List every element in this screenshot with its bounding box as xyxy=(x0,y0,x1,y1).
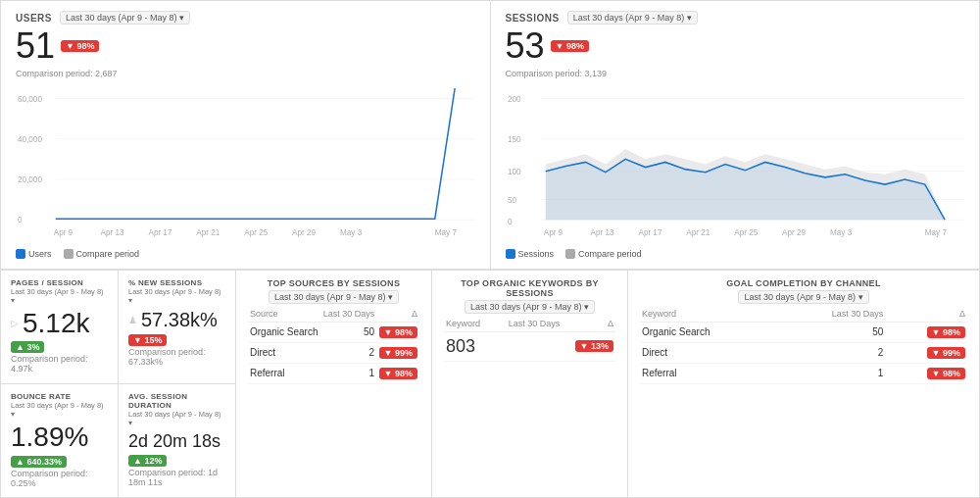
svg-text:Apr 17: Apr 17 xyxy=(638,227,662,236)
svg-text:Apr 9: Apr 9 xyxy=(54,227,74,236)
table-row: Organic Search 50 ▼ 98% xyxy=(640,322,967,342)
users-value: 51 xyxy=(16,26,55,66)
avg-session-value: 2d 20m 18s xyxy=(128,431,220,451)
source-badge: ▼ 98% xyxy=(376,363,419,383)
sessions-compare-label: Compare period xyxy=(578,249,642,259)
svg-text:Apr 25: Apr 25 xyxy=(734,227,758,236)
svg-text:20,000: 20,000 xyxy=(18,175,42,184)
goal-completion-title: GOAL COMPLETION BY CHANNEL xyxy=(640,278,967,288)
users-title: USERS xyxy=(16,13,52,24)
col-keyword-delta: Δ xyxy=(562,316,615,332)
bounce-rate-badge: ▲ 640.33% xyxy=(11,456,67,468)
sessions-period-selector[interactable]: Last 30 days (Apr 9 - May 8) ▾ xyxy=(567,11,698,25)
goal-value: 50 xyxy=(779,322,886,342)
svg-text:May 7: May 7 xyxy=(435,227,458,236)
bounce-rate-panel: BOUNCE RATE Last 30 days (Apr 9 - May 8)… xyxy=(1,384,119,497)
top-keywords-table: Keyword Last 30 Days Δ 803 ▼ 13% xyxy=(444,316,615,362)
users-chart: 60,000 40,000 20,000 0 Apr 9 Apr 13 Apr … xyxy=(16,83,475,245)
keyword-badge: ▼ 13% xyxy=(562,331,615,361)
bounce-rate-comparison: Comparison period: 0.25% xyxy=(11,469,108,488)
compare-legend-label: Compare period xyxy=(76,249,140,259)
sessions-chart: 200 150 100 50 0 xyxy=(506,83,965,245)
table-row: Direct 2 ▼ 99% xyxy=(640,342,967,363)
goal-keyword-name: Direct xyxy=(640,342,779,363)
svg-text:Apr 29: Apr 29 xyxy=(782,227,806,236)
table-row: Direct 2 ▼ 99% xyxy=(248,342,419,363)
goal-completion-period[interactable]: Last 30 days (Apr 9 - May 8) ▾ xyxy=(738,290,868,304)
svg-text:100: 100 xyxy=(508,167,521,175)
goal-keyword-name: Referral xyxy=(640,363,779,383)
pages-session-comparison: Comparison period: 4.97k xyxy=(11,354,108,374)
avg-session-comparison: Comparison period: 1d 18m 11s xyxy=(128,468,225,487)
col-keyword: Keyword xyxy=(444,316,492,332)
new-sessions-panel: % NEW SESSIONS Last 30 days (Apr 9 - May… xyxy=(119,271,235,383)
users-legend-checkbox xyxy=(16,249,25,259)
goal-badge: ▼ 98% xyxy=(885,322,967,342)
sessions-comparison: Comparison period: 3,139 xyxy=(506,69,965,78)
svg-text:50: 50 xyxy=(508,195,516,204)
col-source: Source xyxy=(248,306,320,323)
goal-badge: ▼ 98% xyxy=(885,363,967,383)
svg-text:Apr 13: Apr 13 xyxy=(590,227,613,236)
top-sources-table: Source Last 30 Days Δ Organic Search 50 … xyxy=(248,306,419,384)
table-row: Referral 1 ▼ 98% xyxy=(248,363,419,383)
svg-text:May 3: May 3 xyxy=(830,227,853,236)
svg-text:Apr 21: Apr 21 xyxy=(196,227,220,236)
avg-session-badge: ▲ 12% xyxy=(128,455,167,467)
compare-legend-checkbox xyxy=(64,249,74,259)
avg-session-period[interactable]: Last 30 days (Apr 9 - May 8) ▾ xyxy=(128,410,225,427)
source-badge: ▼ 99% xyxy=(376,342,419,363)
svg-text:May 7: May 7 xyxy=(924,227,947,236)
top-sources-period[interactable]: Last 30 days (Apr 9 - May 8) ▾ xyxy=(269,290,399,304)
table-row: Organic Search 50 ▼ 98% xyxy=(248,322,419,342)
source-value: 50 xyxy=(320,322,376,342)
col-delta: Δ xyxy=(376,306,419,323)
table-row: Referral 1 ▼ 98% xyxy=(640,363,967,383)
sessions-value: 53 xyxy=(506,26,545,66)
sessions-legend: Sessions Compare period xyxy=(506,249,965,259)
col-goal-keyword: Keyword xyxy=(640,306,779,323)
goal-keyword-name: Organic Search xyxy=(640,322,779,342)
svg-text:60,000: 60,000 xyxy=(18,94,42,103)
top-sources-title: TOP SOURCES BY SESSIONS xyxy=(248,278,419,288)
pages-session-badge: ▲ 3% xyxy=(11,341,44,353)
goal-badge: ▼ 99% xyxy=(885,342,967,363)
top-keywords-period[interactable]: Last 30 days (Apr 9 - May 8) ▾ xyxy=(465,300,595,314)
pages-session-value: 5.12k xyxy=(23,309,90,339)
source-value: 2 xyxy=(320,342,376,363)
svg-text:Apr 29: Apr 29 xyxy=(292,227,316,236)
new-sessions-period[interactable]: Last 30 days (Apr 9 - May 8) ▾ xyxy=(128,287,225,305)
top-keywords-panel: TOP ORGANIC KEYWORDS BY SESSIONS Last 30… xyxy=(432,271,628,497)
pages-session-period[interactable]: Last 30 days (Apr 9 - May 8) ▾ xyxy=(11,287,108,305)
col-days: Last 30 Days xyxy=(320,306,376,323)
col-goal-delta: Δ xyxy=(885,306,967,323)
new-sessions-value: 57.38k% xyxy=(141,309,218,331)
svg-text:200: 200 xyxy=(508,94,521,103)
avg-session-panel: AVG. SESSION DURATION Last 30 days (Apr … xyxy=(119,384,235,497)
top-sources-panel: TOP SOURCES BY SESSIONS Last 30 days (Ap… xyxy=(236,271,432,497)
source-name: Direct xyxy=(248,342,320,363)
svg-text:Apr 9: Apr 9 xyxy=(543,227,563,236)
avg-session-title: AVG. SESSION DURATION xyxy=(128,392,225,410)
svg-text:Apr 25: Apr 25 xyxy=(244,227,268,236)
bounce-rate-value: 1.89% xyxy=(11,422,88,452)
col-goal-days: Last 30 Days xyxy=(779,306,886,323)
users-panel: USERS Last 30 days (Apr 9 - May 8) ▾ 51 … xyxy=(1,1,491,269)
users-period-selector[interactable]: Last 30 days (Apr 9 - May 8) ▾ xyxy=(60,11,190,25)
svg-text:0: 0 xyxy=(508,218,513,226)
users-comparison: Comparison period: 2,687 xyxy=(16,69,475,78)
bounce-rate-period[interactable]: Last 30 days (Apr 9 - May 8) ▾ xyxy=(11,401,108,419)
source-value: 1 xyxy=(320,363,376,383)
goal-completion-table: Keyword Last 30 Days Δ Organic Search 50… xyxy=(640,306,967,384)
bounce-rate-title: BOUNCE RATE xyxy=(11,392,108,401)
sessions-title: SESSIONS xyxy=(506,13,560,24)
svg-text:Apr 13: Apr 13 xyxy=(101,227,124,236)
users-legend: Users Compare period xyxy=(16,249,475,259)
svg-text:0: 0 xyxy=(18,216,23,224)
sessions-panel: SESSIONS Last 30 days (Apr 9 - May 8) ▾ … xyxy=(491,1,980,269)
keyword-value xyxy=(492,331,562,361)
users-legend-label: Users xyxy=(28,249,52,259)
svg-text:40,000: 40,000 xyxy=(18,134,42,143)
new-sessions-comparison: Comparison period: 67.33k% xyxy=(128,347,225,367)
pages-session-title: PAGES / SESSION xyxy=(11,278,108,287)
